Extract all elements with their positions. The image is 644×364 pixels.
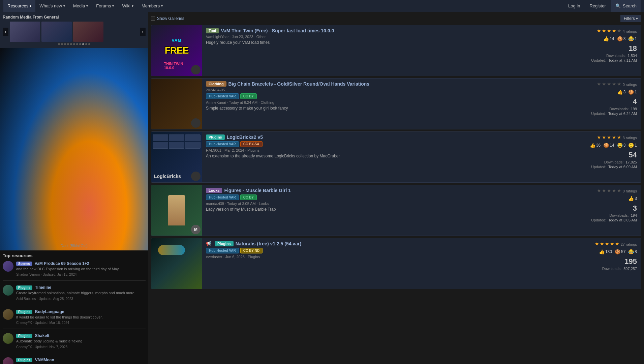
card-badge-1: Tool	[206, 28, 219, 33]
logicbricks-label: LogicBricks	[154, 174, 181, 179]
dot-6	[73, 43, 75, 45]
card-stars-4: ★ ★ ★ ★ ★	[597, 188, 621, 193]
carousel-dots	[3, 43, 146, 45]
card-body-4: Looks Figures - Muscle Barbie Girl 1 Hub…	[202, 185, 587, 236]
card-reactions-4: 👍 3	[628, 196, 637, 201]
nav-forums[interactable]: Forums ▾	[92, 0, 118, 12]
resource-desc-5: Add female, male moans and sex related s…	[16, 363, 146, 364]
resource-avatar-5	[3, 357, 13, 364]
card-stars-3: ★ ★ ★ ★ ★	[597, 134, 621, 140]
resource-content-4: Plugins ShakeIt Automatic body jiggling …	[16, 333, 146, 348]
nav-bar: Resources ▾ What's new ▾ Media ▾ Forums …	[0, 0, 644, 12]
card-badge-3: Plugins	[206, 134, 225, 140]
card-title-1[interactable]: VaM Thin Twin (Free) - Super fast load t…	[221, 28, 334, 33]
reaction-like-3: 👍 36	[590, 143, 601, 148]
card-stats-5: ★ ★ ★ ★ ★ 27 ratings 👍 130 🍪 5	[587, 238, 641, 289]
resource-meta-3: CheesyFX · Updated: Mar 16, 2024	[16, 321, 146, 325]
card-title-4[interactable]: Figures - Muscle Barbie Girl 1	[224, 188, 291, 193]
ccby-badge-2: CC BY	[240, 93, 257, 99]
random-media-section: Random Media From General ‹ ›	[0, 12, 148, 48]
card-author-5: everlaster · Jun 6, 2023 · Plugins	[206, 255, 583, 259]
dot-7	[76, 43, 78, 45]
resource-avatar-3	[3, 309, 13, 320]
resource-badge-4: Plugins	[16, 334, 32, 338]
filters-button[interactable]: Filters ▾	[620, 15, 641, 22]
resource-title-4[interactable]: ShakeIt	[35, 333, 50, 338]
show-galleries-label: Show Galleries	[157, 16, 184, 21]
dot-11	[88, 43, 90, 45]
reaction-like-4: 👍 3	[628, 196, 637, 201]
login-button[interactable]: Log in	[564, 0, 584, 12]
card-ratings-1: 4 ratings	[623, 29, 637, 33]
resource-desc-1: and the new DLC Expansion is arriving on…	[16, 267, 146, 272]
dot-4	[67, 43, 69, 45]
card-ratings-2: 0 ratings	[623, 83, 637, 87]
show-galleries-checkbox[interactable]	[151, 17, 155, 21]
hub-badge-4: Hub-Hosted VAR	[206, 194, 239, 200]
reaction-laugh-5: 😂 8	[628, 249, 637, 254]
resource-badge-5: Plugins	[16, 358, 32, 362]
top-resources: Top resources Scenes VaM Produce 69 Seas…	[0, 250, 148, 364]
nav-resources[interactable]: Resources ▾	[3, 0, 35, 12]
m-avatar-4: M	[191, 225, 201, 234]
card-total-3: 54	[629, 151, 637, 159]
card-desc-4: Lady version of my Muscle Barbie Trap	[206, 207, 583, 212]
card-thumbnail-3[interactable]: LogicBricks	[151, 132, 202, 182]
resource-title-2[interactable]: Timeline	[35, 285, 51, 290]
carousel-next-button[interactable]: ›	[140, 28, 146, 36]
card-title-2[interactable]: Big Chain Bracelets - Gold/Silver Round/…	[228, 81, 370, 87]
card-downloads-1: Downloads: 1,504	[606, 54, 637, 58]
card-stars-1: ★ ★ ★ ★ ★	[597, 28, 621, 33]
card-title-3[interactable]: LogicBricks2 v5	[227, 134, 263, 140]
sidebar-resource-3: Plugins BodyLanguage It would be easier …	[3, 309, 146, 329]
card-tags-5: Hub-Hosted VAR CC BY-ND	[206, 248, 583, 253]
card-updated-1: Updated: Today at 7:11 AM	[591, 58, 637, 62]
forums-arrow-icon: ▾	[112, 4, 114, 8]
reaction-cookie-1: 🍪 3	[617, 36, 626, 41]
card-thumbnail-5[interactable]	[151, 238, 202, 289]
main-content: Show Galleries Filters ▾ VAM FREE THIN T…	[148, 12, 644, 364]
card-stars-2: ★ ★ ★ ★ ★	[597, 81, 621, 87]
resource-tag-1: Scenes VaM Produce 69 Season 1+2	[16, 261, 146, 266]
search-button[interactable]: 🔍 Search	[611, 0, 641, 12]
dot-9	[82, 43, 84, 45]
card-reactions-1: 👍 14 🍪 3 😂 1	[603, 36, 637, 41]
nav-whats-new[interactable]: What's new ▾	[35, 0, 69, 12]
resource-title-1[interactable]: VaM Produce 69 Season 1+2	[35, 261, 89, 266]
card-stats-3: ★ ★ ★ ★ ★ 3 ratings 👍 36 🍪 14	[586, 132, 641, 182]
carousel-prev-button[interactable]: ‹	[3, 28, 8, 36]
reaction-cookie-5: 🍪 57	[615, 249, 625, 254]
card-author-4: mandazi39 · Today at 3:05 AM · Looks	[206, 202, 583, 206]
card-downloads-3: Downloads: 17,825	[604, 160, 637, 164]
card-tags-4: Hub-Hosted VAR CC BY	[206, 194, 583, 200]
resource-title-5[interactable]: VAMMoan	[35, 358, 54, 362]
resource-title-3[interactable]: BodyLanguage	[35, 309, 64, 314]
register-button[interactable]: Register	[585, 0, 610, 12]
card-reactions-2: 👍 3 🍪 1	[617, 89, 637, 95]
nav-wiki[interactable]: Wiki ▾	[118, 0, 137, 12]
sidebar-resource-4: Plugins ShakeIt Automatic body jiggling …	[3, 333, 146, 353]
resource-meta-1: Shadow Venom · Updated: Jan 13, 2024	[16, 273, 146, 276]
media-carousel: ‹ ›	[3, 22, 146, 42]
dot-10	[85, 43, 87, 45]
carousel-image-2[interactable]	[41, 22, 72, 42]
card-thumbnail-2[interactable]	[151, 79, 202, 129]
nav-members[interactable]: Members ▾	[137, 0, 167, 12]
nav-media[interactable]: Media ▾	[69, 0, 92, 12]
resource-card-5: 📢 Plugins Naturalis (free) v1.2.5 (54.va…	[151, 238, 641, 289]
card-thumbnail-4[interactable]: M	[151, 185, 202, 236]
card-header-5: 📢 Plugins Naturalis (free) v1.2.5 (54.va…	[206, 241, 583, 246]
card-body-3: Plugins LogicBricks2 v5 Hub-Hosted VAR C…	[202, 132, 586, 182]
card-stars-5: ★ ★ ★ ★ ★	[595, 241, 619, 246]
carousel-image-3[interactable]	[73, 22, 103, 42]
resource-avatar-4	[3, 333, 13, 344]
card-thumbnail-1[interactable]: VAM FREE THIN TWIN 10.0.0	[151, 25, 202, 76]
card-title-5[interactable]: Naturalis (free) v1.2.5 (54.var)	[236, 241, 301, 246]
reaction-like-1: 👍 14	[603, 36, 614, 41]
card-author-avatar-1	[191, 65, 201, 74]
carousel-image-1[interactable]	[10, 22, 40, 42]
random-media-title: Random Media From General	[3, 15, 146, 20]
sidebar-resource-5: Plugins VAMMoan Add female, male moans a…	[3, 357, 146, 364]
resource-card-3: LogicBricks Plugins LogicBricks2 v5 Hub-…	[151, 131, 641, 183]
whats-new-arrow-icon: ▾	[63, 4, 65, 8]
